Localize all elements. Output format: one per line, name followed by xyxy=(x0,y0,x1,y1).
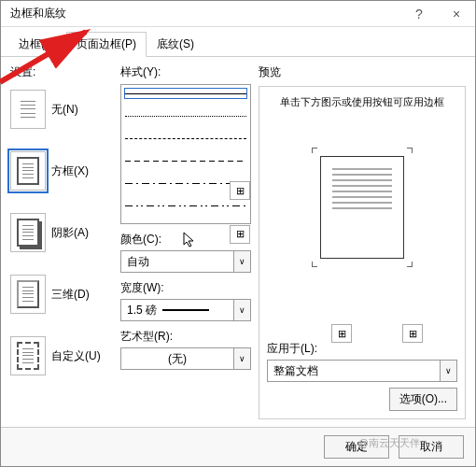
preview-column: 预览 单击下方图示或使用按钮可应用边框 ⊞ ⊞ ⊞ ⊞ xyxy=(259,64,466,419)
apply-label: 应用于(L): xyxy=(267,341,457,357)
tab-shading[interactable]: 底纹(S) xyxy=(147,32,204,57)
setting-box[interactable]: 方框(X) xyxy=(10,151,113,191)
setting-none-label: 无(N) xyxy=(51,102,78,118)
art-group: 艺术型(R): (无) ∨ xyxy=(120,329,251,370)
preview-label: 预览 xyxy=(259,64,466,80)
setting-none[interactable]: 无(N) xyxy=(10,90,113,129)
setting-custom[interactable]: 自定义(U) xyxy=(10,336,113,375)
width-group: 宽度(W): 1.5 磅 ∨ xyxy=(120,280,251,321)
edge-button-left2[interactable]: ⊞ xyxy=(230,225,250,244)
apply-value: 整篇文档 xyxy=(268,361,440,381)
width-combo[interactable]: 1.5 磅 ∨ xyxy=(120,299,251,321)
style-label: 样式(Y): xyxy=(120,64,251,80)
style-option-dashed[interactable] xyxy=(125,156,246,165)
options-button[interactable]: 选项(O)... xyxy=(389,388,457,411)
width-label: 宽度(W): xyxy=(120,280,251,296)
art-value: (无) xyxy=(121,348,233,369)
art-combo[interactable]: (无) ∨ xyxy=(120,347,251,370)
dialog-title: 边框和底纹 xyxy=(1,6,400,21)
edge-button-left1[interactable]: ⊞ xyxy=(230,181,250,200)
style-option-solid[interactable] xyxy=(125,89,246,98)
width-dropdown-icon[interactable]: ∨ xyxy=(233,300,250,320)
tabs: 边框(B) 页面边框(P) 底纹(S) xyxy=(1,27,475,57)
setting-shadow-label: 阴影(A) xyxy=(51,225,89,241)
setting-threed-label: 三维(D) xyxy=(51,287,90,303)
preview-box: 单击下方图示或使用按钮可应用边框 ⊞ ⊞ ⊞ ⊞ 应用于(L): xyxy=(259,86,466,419)
apply-dropdown-icon[interactable]: ∨ xyxy=(440,361,456,381)
apply-group: 应用于(L): 整篇文档 ∨ xyxy=(267,341,457,382)
style-list[interactable] xyxy=(120,84,251,224)
style-option-dashdot[interactable] xyxy=(125,178,246,188)
setting-shadow[interactable]: 阴影(A) xyxy=(10,213,113,252)
setting-box-label: 方框(X) xyxy=(51,163,89,179)
help-button[interactable]: ? xyxy=(400,1,438,27)
setting-threed[interactable]: 三维(D) xyxy=(10,275,113,314)
preview-hint: 单击下方图示或使用按钮可应用边框 xyxy=(267,94,457,110)
style-option-dotted[interactable] xyxy=(125,111,246,120)
cursor-icon xyxy=(183,232,198,251)
setting-custom-label: 自定义(U) xyxy=(51,348,101,364)
crop-mark-icon xyxy=(407,262,413,267)
settings-label: 设置: xyxy=(10,64,113,80)
close-button[interactable]: × xyxy=(438,1,475,27)
edge-button-bottom2[interactable]: ⊞ xyxy=(402,324,423,343)
style-option-dashed-small[interactable] xyxy=(125,134,246,143)
style-option-dashdotdot[interactable] xyxy=(125,201,246,210)
dialog-borders-shading: 边框和底纹 ? × 边框(B) 页面边框(P) 底纹(S) 设置: 无(N) 方… xyxy=(0,0,476,467)
tab-border[interactable]: 边框(B) xyxy=(8,32,66,57)
color-combo[interactable]: 自动 ∨ xyxy=(120,250,251,273)
edge-button-bottom1[interactable]: ⊞ xyxy=(331,324,352,343)
crop-mark-icon xyxy=(312,148,317,153)
art-dropdown-icon[interactable]: ∨ xyxy=(233,348,250,369)
crop-mark-icon xyxy=(312,262,317,267)
watermark-text: @南云天天伴 xyxy=(358,436,420,450)
color-value: 自动 xyxy=(121,251,233,272)
preview-area: ⊞ ⊞ ⊞ ⊞ xyxy=(267,121,457,295)
color-dropdown-icon[interactable]: ∨ xyxy=(233,251,250,272)
crop-mark-icon xyxy=(407,148,413,153)
apply-combo[interactable]: 整篇文档 ∨ xyxy=(267,360,457,382)
titlebar: 边框和底纹 ? × xyxy=(1,1,475,27)
content: 设置: 无(N) 方框(X) 阴影(A) 三维(D) 自定义(U) xyxy=(1,57,475,427)
art-label: 艺术型(R): xyxy=(120,329,251,345)
settings-column: 设置: 无(N) 方框(X) 阴影(A) 三维(D) 自定义(U) xyxy=(10,64,113,419)
tab-page-border[interactable]: 页面边框(P) xyxy=(66,32,147,57)
options-row: 选项(O)... xyxy=(267,388,457,411)
width-value: 1.5 磅 xyxy=(121,300,233,320)
preview-page[interactable] xyxy=(320,156,404,259)
